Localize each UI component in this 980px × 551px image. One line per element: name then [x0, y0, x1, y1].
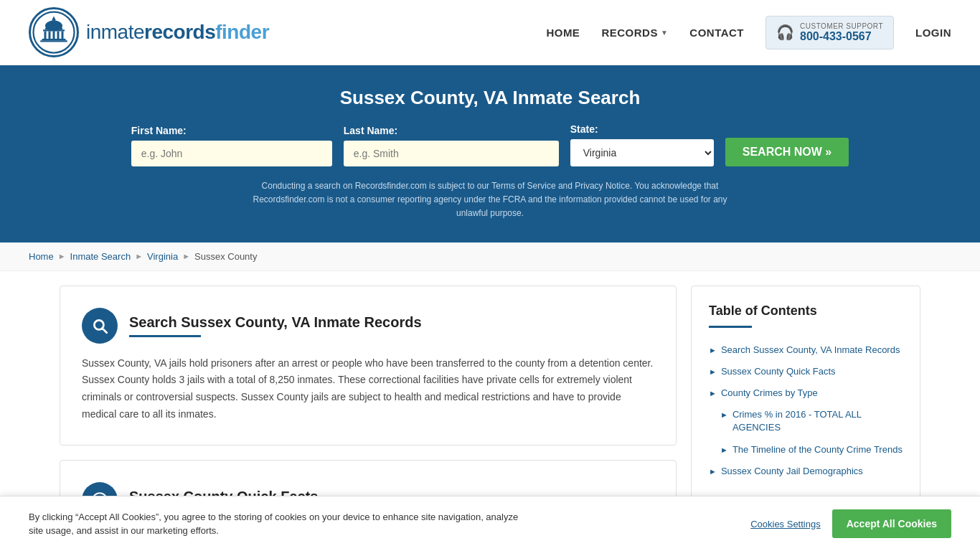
- support-text: CUSTOMER SUPPORT 800-433-0567: [800, 22, 883, 43]
- chevron-down-icon: ▼: [661, 29, 668, 37]
- breadcrumb-home[interactable]: Home: [29, 251, 54, 262]
- nav-home[interactable]: HOME: [546, 27, 580, 39]
- svg-rect-9: [62, 32, 64, 39]
- logo-icon: [29, 7, 79, 57]
- first-name-label: First Name:: [131, 125, 187, 136]
- toc-chevron-icon: ►: [720, 410, 728, 420]
- page-title: Sussex County, VA Inmate Search: [29, 87, 951, 109]
- last-name-label: Last Name:: [344, 125, 397, 136]
- logo-records: records: [144, 21, 215, 43]
- toc-divider: [709, 326, 752, 328]
- search-form: First Name: Last Name: State: Virginia S…: [29, 123, 951, 166]
- nav-records-label: RECORDS: [601, 27, 658, 39]
- sidebar: Table of Contents ► Search Sussex County…: [691, 286, 920, 524]
- hero-disclaimer: Conducting a search on Recordsfinder.com…: [239, 179, 741, 221]
- toc-chevron-icon: ►: [720, 445, 728, 456]
- toc-item-2-label: Sussex County Quick Facts: [721, 365, 836, 378]
- main-nav: HOME RECORDS ▼ CONTACT 🎧 CUSTOMER SUPPOR…: [546, 16, 951, 50]
- toc-item-5[interactable]: ► The Timeline of the County Crime Trend…: [709, 439, 903, 461]
- last-name-group: Last Name:: [344, 125, 559, 166]
- support-label: CUSTOMER SUPPORT: [800, 22, 883, 30]
- toc-item-2[interactable]: ► Sussex County Quick Facts: [709, 361, 903, 382]
- card-title-area: Search Sussex County, VA Inmate Records: [129, 314, 422, 337]
- toc-item-6-label: Sussex County Jail Demographics: [721, 465, 863, 478]
- svg-rect-5: [44, 32, 47, 39]
- search-button[interactable]: SEARCH NOW »: [725, 138, 849, 166]
- breadcrumb-sep-1: ►: [58, 252, 66, 260]
- svg-rect-2: [47, 26, 60, 28]
- logo-text: inmaterecordsfinder: [86, 21, 269, 44]
- logo-finder: finder: [215, 21, 269, 43]
- nav-contact[interactable]: CONTACT: [689, 27, 744, 39]
- card-body: Sussex County, VA jails hold prisoners a…: [82, 355, 654, 423]
- state-label: State:: [570, 123, 598, 135]
- svg-rect-11: [40, 40, 67, 42]
- toc-item-3-label: County Crimes by Type: [721, 387, 818, 400]
- toc-item-1-label: Search Sussex County, VA Inmate Records: [721, 344, 900, 357]
- toc-list: ► Search Sussex County, VA Inmate Record…: [709, 339, 903, 482]
- content-area: Search Sussex County, VA Inmate Records …: [60, 286, 677, 524]
- toc-chevron-icon: ►: [709, 466, 717, 477]
- toc-item-3[interactable]: ► County Crimes by Type: [709, 382, 903, 404]
- svg-rect-6: [49, 32, 51, 39]
- toc-item-1[interactable]: ► Search Sussex County, VA Inmate Record…: [709, 339, 903, 361]
- main-card: Search Sussex County, VA Inmate Records …: [60, 286, 677, 446]
- svg-marker-13: [52, 17, 56, 21]
- last-name-input[interactable]: [344, 141, 559, 166]
- toc-item-4-label: Crimes % in 2016 - TOTAL ALL AGENCIES: [732, 408, 903, 434]
- support-number: 800-433-0567: [800, 30, 883, 43]
- toc-item-6[interactable]: ► Sussex County Jail Demographics: [709, 461, 903, 482]
- svg-rect-4: [43, 29, 65, 31]
- toc-item-5-label: The Timeline of the County Crime Trends: [732, 443, 903, 456]
- search-icon-circle: [82, 308, 118, 344]
- headset-icon: 🎧: [776, 24, 794, 41]
- logo-area: inmaterecordsfinder: [29, 7, 269, 57]
- toc-title: Table of Contents: [709, 303, 903, 319]
- state-group: State: Virginia: [570, 123, 714, 166]
- search-icon: [90, 316, 109, 335]
- card-title: Search Sussex County, VA Inmate Records: [129, 314, 422, 331]
- cookie-actions: Cookies Settings Accept All Cookies: [750, 509, 951, 538]
- breadcrumb-sep-3: ►: [182, 252, 190, 260]
- breadcrumb-inmate-search[interactable]: Inmate Search: [70, 251, 131, 262]
- toc-chevron-icon: ►: [709, 345, 717, 356]
- svg-rect-10: [42, 39, 66, 40]
- breadcrumb: Home ► Inmate Search ► Virginia ► Sussex…: [0, 242, 980, 271]
- breadcrumb-virginia[interactable]: Virginia: [147, 251, 178, 262]
- breadcrumb-sep-2: ►: [135, 252, 143, 260]
- state-select[interactable]: Virginia: [570, 139, 714, 166]
- toc-chevron-icon: ►: [709, 388, 717, 399]
- card-header: Search Sussex County, VA Inmate Records: [82, 308, 654, 344]
- svg-rect-8: [57, 32, 60, 39]
- toc-card: Table of Contents ► Search Sussex County…: [691, 286, 920, 500]
- first-name-group: First Name:: [131, 125, 332, 166]
- nav-login[interactable]: LOGIN: [915, 27, 951, 39]
- accept-all-cookies-button[interactable]: Accept All Cookies: [832, 509, 951, 538]
- breadcrumb-sussex-county: Sussex County: [194, 251, 257, 262]
- customer-support-button[interactable]: 🎧 CUSTOMER SUPPORT 800-433-0567: [765, 16, 894, 50]
- toc-item-4[interactable]: ► Crimes % in 2016 - TOTAL ALL AGENCIES: [709, 404, 903, 438]
- site-header: inmaterecordsfinder HOME RECORDS ▼ CONTA…: [0, 0, 980, 65]
- first-name-input[interactable]: [131, 141, 332, 166]
- cookie-text: By clicking “Accept All Cookies”, you ag…: [29, 510, 531, 538]
- nav-records[interactable]: RECORDS ▼: [601, 27, 668, 39]
- logo-inmate: inmate: [86, 21, 144, 43]
- toc-chevron-icon: ►: [709, 367, 717, 377]
- hero-section: Sussex County, VA Inmate Search First Na…: [0, 65, 980, 242]
- cookies-settings-button[interactable]: Cookies Settings: [750, 519, 821, 529]
- svg-rect-3: [45, 28, 62, 29]
- cookie-banner: By clicking “Accept All Cookies”, you ag…: [0, 496, 980, 539]
- svg-rect-7: [53, 32, 55, 39]
- card-title-underline: [129, 335, 201, 337]
